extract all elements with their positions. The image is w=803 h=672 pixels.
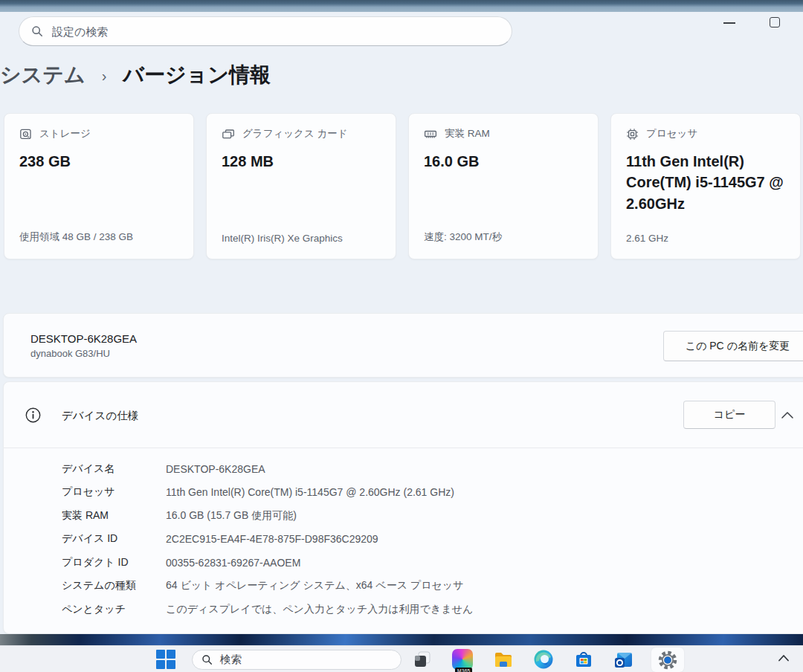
ram-card[interactable]: 実装 RAM 16.0 GB 速度: 3200 MT/秒: [408, 113, 599, 259]
windows-settings-about-screen: { "window": { "search": { "placeholder":…: [0, 0, 803, 672]
storage-card[interactable]: ストレージ 238 GB 使用領域 48 GB / 238 GB: [4, 113, 194, 259]
device-specs-header[interactable]: デバイスの仕様 コピー: [4, 382, 803, 448]
gpu-icon: [222, 128, 235, 140]
summary-cards: ストレージ 238 GB 使用領域 48 GB / 238 GB グラフィックス…: [4, 113, 801, 259]
taskbar-overflow-chevron-icon[interactable]: [778, 654, 790, 662]
gear-icon: [657, 650, 678, 671]
cpu-icon: [626, 128, 639, 140]
minimize-icon[interactable]: [723, 22, 735, 24]
ram-icon: [424, 128, 437, 140]
card-caption: 2.61 GHz: [626, 233, 791, 244]
magnifier-icon: [31, 25, 43, 37]
breadcrumb-system[interactable]: システム: [0, 61, 86, 89]
start-button[interactable]: [156, 650, 175, 669]
storage-icon: [19, 128, 32, 140]
taskbar-search[interactable]: 検索: [192, 650, 402, 670]
device-specs-title: デバイスの仕様: [62, 409, 138, 423]
card-label: グラフィックス カード: [242, 127, 348, 140]
outlook-icon[interactable]: [613, 649, 634, 670]
task-view-icon[interactable]: [412, 649, 433, 670]
device-name-card: DESKTOP-6K28GEA dynabook G83/HU この PC の名…: [3, 313, 803, 378]
settings-search-input[interactable]: [52, 25, 500, 38]
card-value: 238 GB: [19, 151, 178, 172]
card-caption: 速度: 3200 MT/秒: [424, 230, 589, 244]
edge-icon[interactable]: [533, 649, 554, 670]
microsoft-store-icon[interactable]: [573, 649, 594, 670]
spec-row-pen-touch: ペンとタッチ このディスプレイでは、ペン入力とタッチ入力は利用できません: [4, 598, 803, 621]
copilot-icon[interactable]: M365: [452, 649, 473, 670]
background-window-strip: [0, 0, 803, 12]
settings-search-box[interactable]: [19, 16, 512, 46]
spec-row-system-type: システムの種類 64 ビット オペレーティング システム、x64 ベース プロセ…: [4, 575, 803, 598]
graphics-card[interactable]: グラフィックス カード 128 MB Intel(R) Iris(R) Xe G…: [206, 113, 396, 259]
card-value: 11th Gen Intel(R) Core(TM) i5-1145G7 @ 2…: [626, 151, 785, 214]
card-value: 128 MB: [222, 151, 381, 172]
chevron-up-icon[interactable]: [781, 412, 793, 419]
spec-row-product-id: プロダクト ID 00355-62831-69267-AAOEM: [4, 551, 803, 575]
device-specs-card: デバイスの仕様 コピー デバイス名 DESKTOP-6K28GEA プロセッサ …: [3, 381, 803, 634]
rename-pc-button[interactable]: この PC の名前を変更: [663, 331, 803, 361]
card-label: 実装 RAM: [445, 127, 490, 140]
copy-button[interactable]: コピー: [683, 401, 775, 429]
card-label: ストレージ: [39, 127, 91, 140]
processor-card[interactable]: プロセッサ 11th Gen Intel(R) Core(TM) i5-1145…: [610, 113, 801, 259]
spec-row-device-name: デバイス名 DESKTOP-6K28GEA: [4, 457, 803, 481]
copilot-badge: M365: [455, 668, 472, 672]
spec-row-device-id: デバイス ID 2C2EC915-EA4F-4E78-875F-D98F36C2…: [4, 528, 803, 552]
card-value: 16.0 GB: [424, 151, 583, 172]
taskbar: 検索 M365: [0, 645, 803, 672]
chevron-right-icon: ›: [102, 68, 107, 85]
breadcrumb: システム › バージョン情報: [0, 61, 271, 89]
spec-row-ram: 実装 RAM 16.0 GB (15.7 GB 使用可能): [4, 504, 803, 528]
taskbar-search-label: 検索: [220, 653, 242, 667]
page-title: バージョン情報: [123, 61, 271, 89]
maximize-icon[interactable]: [770, 17, 780, 28]
magnifier-icon: [201, 654, 213, 665]
file-explorer-icon[interactable]: [493, 649, 514, 670]
info-icon: [25, 407, 41, 423]
card-label: プロセッサ: [646, 127, 697, 140]
spec-row-processor: プロセッサ 11th Gen Intel(R) Core(TM) i5-1145…: [4, 481, 803, 505]
card-caption: 使用領域 48 GB / 238 GB: [19, 230, 184, 244]
desktop-wallpaper-strip: [0, 634, 803, 645]
card-caption: Intel(R) Iris(R) Xe Graphics: [222, 233, 387, 244]
settings-app-icon[interactable]: [651, 647, 684, 672]
device-specs-table: デバイス名 DESKTOP-6K28GEA プロセッサ 11th Gen Int…: [4, 448, 803, 621]
